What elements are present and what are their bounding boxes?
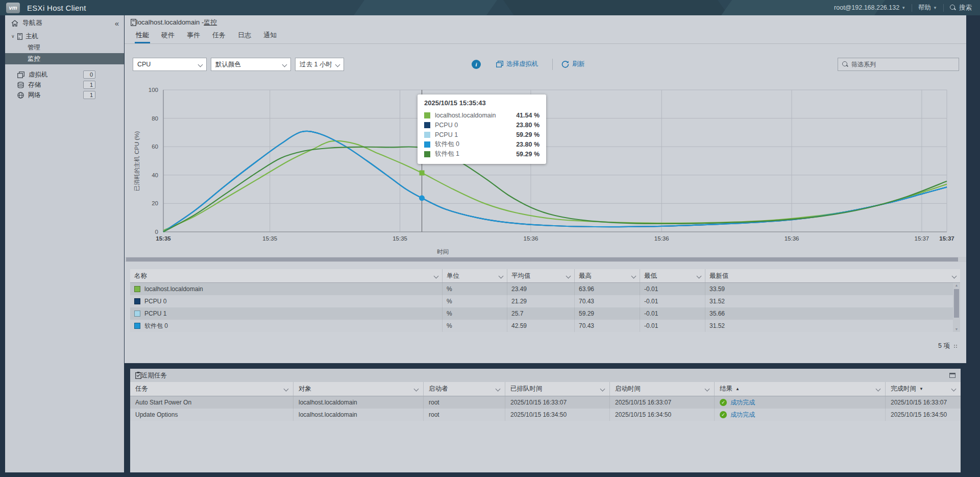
filter-series-input[interactable]: 筛选系列 bbox=[838, 58, 959, 71]
table-row[interactable]: PCPU 0%21.2970.43-0.0131.52 bbox=[130, 295, 960, 307]
cell-task: Update Options bbox=[130, 409, 293, 421]
cell-latest: 31.52 bbox=[705, 320, 960, 332]
table-row[interactable]: localhost.localdomain%23.4963.96-0.0133.… bbox=[130, 283, 960, 295]
sidebar-item-网络[interactable]: 网络1 bbox=[5, 90, 124, 100]
column-header-完成时间[interactable]: 完成时间▼ bbox=[886, 382, 961, 396]
column-header-平均值[interactable]: 平均值 bbox=[507, 269, 575, 282]
search-button[interactable]: 搜索 bbox=[950, 4, 972, 12]
divider bbox=[943, 4, 944, 12]
column-menu-icon[interactable] bbox=[697, 273, 702, 278]
info-icon[interactable]: i bbox=[472, 60, 481, 69]
column-header-对象[interactable]: 对象 bbox=[293, 382, 424, 396]
cell-average: 42.59 bbox=[507, 320, 575, 332]
select-vms-button[interactable]: 选择虚拟机 bbox=[496, 60, 538, 68]
vm-icon bbox=[17, 71, 24, 78]
select-vms-label: 选择虚拟机 bbox=[506, 60, 538, 68]
topbar-decor bbox=[343, 0, 504, 15]
column-menu-icon[interactable] bbox=[284, 387, 289, 392]
svg-text:15:37: 15:37 bbox=[939, 235, 954, 242]
series-color-swatch bbox=[424, 112, 430, 118]
task-result-link[interactable]: 成功完成 bbox=[730, 411, 755, 419]
hover-marker bbox=[419, 195, 425, 201]
column-menu-icon[interactable] bbox=[600, 387, 605, 392]
scrollbar-thumb[interactable] bbox=[954, 289, 959, 318]
column-menu-icon[interactable] bbox=[705, 387, 710, 392]
column-menu-icon[interactable] bbox=[631, 273, 636, 278]
chart-horizontal-scrollbar[interactable] bbox=[125, 257, 966, 262]
table-row[interactable]: PCPU 1%25.759.29-0.0135.66 bbox=[130, 307, 960, 320]
column-header-启动时间[interactable]: 启动时间 bbox=[610, 382, 715, 396]
column-header-启动者[interactable]: 启动者 bbox=[424, 382, 505, 396]
sidebar-item-主机[interactable]: ∨主机 bbox=[5, 31, 124, 42]
host-icon bbox=[131, 19, 136, 26]
table-row[interactable]: 软件包 0%42.5970.43-0.0131.52 bbox=[130, 320, 960, 332]
column-menu-icon[interactable] bbox=[952, 273, 957, 278]
page-title: localhost.localdomain - 监控 bbox=[125, 15, 966, 29]
tab-任务[interactable]: 任务 bbox=[207, 28, 231, 43]
column-header-已排队时间[interactable]: 已排队时间 bbox=[505, 382, 610, 396]
vm-icon bbox=[496, 61, 503, 67]
tab-性能[interactable]: 性能 bbox=[131, 28, 154, 43]
scroll-up-icon[interactable]: ▲ bbox=[955, 283, 959, 288]
sidebar-item-管理[interactable]: 管理 bbox=[5, 42, 124, 53]
hover-marker bbox=[420, 171, 425, 176]
column-menu-icon[interactable] bbox=[499, 273, 504, 278]
metric-select[interactable]: CPU bbox=[133, 58, 207, 71]
column-header-最高[interactable]: 最高 bbox=[575, 269, 640, 282]
chart-tooltip: 2025/10/15 15:35:43 localhost.localdomai… bbox=[418, 94, 546, 164]
sidebar-item-虚拟机[interactable]: 虚拟机0 bbox=[5, 69, 124, 80]
table-vertical-scrollbar[interactable]: ▲ ▼ bbox=[953, 283, 960, 332]
sidebar-item-存储[interactable]: 存储1 bbox=[5, 80, 124, 90]
top-bar: vm ESXi Host Client root@192.168.226.132… bbox=[0, 0, 980, 15]
tab-硬件[interactable]: 硬件 bbox=[156, 28, 180, 43]
column-header-结果[interactable]: 结果▲ bbox=[715, 382, 886, 396]
task-result-link[interactable]: 成功完成 bbox=[730, 398, 755, 407]
task-row[interactable]: Update Optionslocalhost.localdomainroot2… bbox=[130, 409, 961, 421]
cell-average: 25.7 bbox=[507, 307, 575, 320]
column-menu-icon[interactable] bbox=[414, 387, 419, 392]
title-monitor-link[interactable]: 监控 bbox=[204, 18, 217, 27]
expand-panel-icon[interactable] bbox=[949, 373, 955, 378]
tooltip-series-name: localhost.localdomain bbox=[435, 112, 496, 119]
expand-twisty-icon[interactable]: ∨ bbox=[11, 34, 16, 39]
tooltip-series-value: 41.54 % bbox=[516, 112, 540, 119]
user-menu[interactable]: root@192.168.226.132 ▼ bbox=[834, 4, 905, 11]
resize-grip[interactable] bbox=[953, 344, 957, 348]
chevron-down-icon bbox=[198, 62, 203, 67]
palette-select[interactable]: 默认颜色 bbox=[211, 58, 291, 71]
performance-chart[interactable]: 02040608010015:3515:3515:3515:3615:3615:… bbox=[125, 74, 966, 256]
tooltip-series-row: localhost.localdomain41.54 % bbox=[424, 110, 540, 120]
collapse-sidebar-button[interactable]: « bbox=[115, 19, 119, 28]
refresh-button[interactable]: 刷新 bbox=[561, 60, 585, 68]
scrollbar-thumb[interactable] bbox=[126, 257, 958, 261]
metric-select-value: CPU bbox=[137, 61, 151, 68]
column-menu-icon[interactable] bbox=[566, 273, 571, 278]
svg-text:15:35: 15:35 bbox=[156, 235, 171, 242]
column-menu-icon[interactable] bbox=[434, 273, 439, 278]
sidebar-item-监控[interactable]: 监控 bbox=[5, 53, 124, 64]
column-menu-icon[interactable] bbox=[951, 387, 957, 392]
tab-日志[interactable]: 日志 bbox=[233, 28, 256, 43]
count-badge: 1 bbox=[83, 81, 95, 89]
tab-通知[interactable]: 通知 bbox=[258, 28, 282, 43]
sort-desc-icon: ▼ bbox=[919, 387, 923, 391]
time-range-select[interactable]: 过去 1 小时 bbox=[295, 58, 344, 71]
column-header-最新值[interactable]: 最新值 bbox=[705, 269, 960, 282]
navigator-title: 导航器 bbox=[22, 18, 42, 28]
column-menu-icon[interactable] bbox=[876, 387, 881, 392]
column-header-最低[interactable]: 最低 bbox=[640, 269, 705, 282]
column-menu-icon[interactable] bbox=[496, 387, 501, 392]
scroll-down-icon[interactable]: ▼ bbox=[955, 327, 959, 332]
tab-事件[interactable]: 事件 bbox=[182, 28, 205, 43]
svg-text:20: 20 bbox=[152, 200, 158, 206]
cell-max: 63.96 bbox=[575, 283, 640, 295]
column-header-单位[interactable]: 单位 bbox=[443, 269, 507, 282]
column-header-任务[interactable]: 任务 bbox=[130, 382, 293, 396]
task-row[interactable]: Auto Start Power Onlocalhost.localdomain… bbox=[130, 396, 961, 409]
help-menu[interactable]: 帮助 ▼ bbox=[918, 4, 937, 12]
svg-text:15:35: 15:35 bbox=[393, 235, 407, 242]
cell-unit: % bbox=[443, 307, 507, 320]
column-header-名称[interactable]: 名称 bbox=[130, 269, 443, 282]
cell-average: 21.29 bbox=[507, 295, 575, 307]
palette-select-value: 默认颜色 bbox=[215, 60, 241, 69]
